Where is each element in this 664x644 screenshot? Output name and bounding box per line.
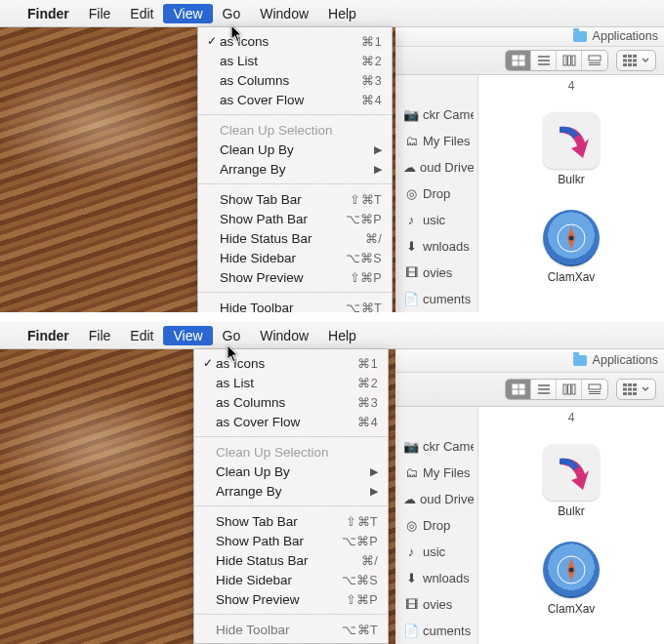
sidebar-item[interactable]: ◎Drop bbox=[399, 181, 474, 206]
app-icon-bulkr[interactable] bbox=[543, 112, 600, 169]
menu-item-hide-toolbar[interactable]: Hide Toolbar ⌥⌘T bbox=[198, 298, 392, 312]
window-titlebar[interactable]: Applications bbox=[395, 27, 664, 47]
menubar-item-finder[interactable]: Finder bbox=[18, 4, 79, 23]
menu-item-show-preview[interactable]: Show Preview ⇧⌘P bbox=[194, 589, 388, 609]
menu-item-label: Show Path Bar bbox=[216, 534, 342, 548]
view-mode-coverflow[interactable] bbox=[582, 380, 607, 399]
bulkr-arrow-icon bbox=[550, 451, 593, 494]
sidebar-item[interactable]: 🗂My Files bbox=[399, 460, 474, 485]
menu-item-show-tabbar[interactable]: Show Tab Bar ⇧⌘T bbox=[194, 511, 388, 531]
menu-item-hide-sidebar[interactable]: Hide Sidebar ⌥⌘S bbox=[198, 248, 392, 267]
icon-view-icon bbox=[512, 55, 525, 66]
sidebar-item[interactable]: 📷ckr Camera… bbox=[399, 433, 474, 459]
menu-item-label: Hide Status Bar bbox=[216, 553, 361, 568]
svg-rect-15 bbox=[633, 55, 637, 58]
menu-shortcut: ⌘2 bbox=[361, 54, 382, 68]
menu-item-as-icons[interactable]: ✓ as Icons ⌘1 bbox=[198, 31, 392, 51]
sidebar-item[interactable]: ⬇︎wnloads bbox=[399, 233, 474, 259]
menubar-item-go[interactable]: Go bbox=[213, 4, 251, 23]
menu-shortcut: ⌘2 bbox=[357, 376, 378, 390]
menu-item-hide-sidebar[interactable]: Hide Sidebar ⌥⌘S bbox=[194, 570, 388, 589]
menu-item-as-columns[interactable]: as Columns ⌘3 bbox=[194, 392, 388, 412]
sidebar-item[interactable]: 🗂My Files bbox=[399, 128, 474, 153]
menu-item-hide-toolbar[interactable]: Hide Toolbar ⌥⌘T bbox=[194, 620, 388, 639]
menubar-item-file[interactable]: File bbox=[79, 4, 121, 23]
view-mode-list[interactable] bbox=[531, 51, 557, 70]
menubar-item-window[interactable]: Window bbox=[250, 4, 318, 23]
sidebar-item[interactable]: 🎞ovies bbox=[399, 591, 474, 617]
menu-item-show-pathbar[interactable]: Show Path Bar ⌥⌘P bbox=[198, 209, 392, 228]
menu-item-hide-statusbar[interactable]: Hide Status Bar ⌘/ bbox=[194, 550, 388, 570]
menu-item-as-coverflow[interactable]: as Cover Flow ⌘4 bbox=[198, 90, 392, 109]
finder-window: Applications bbox=[395, 27, 664, 312]
sidebar-item[interactable]: ☁︎oud Drive bbox=[399, 486, 474, 511]
view-mode-segmented[interactable] bbox=[505, 50, 608, 71]
all-my-files-icon: 🗂 bbox=[403, 133, 419, 148]
view-mode-column[interactable] bbox=[557, 51, 582, 70]
finder-content-area[interactable]: 4 Bulkr ClamXav bbox=[478, 75, 664, 312]
view-mode-icon[interactable] bbox=[506, 51, 531, 70]
movies-icon: 🎞 bbox=[403, 264, 419, 280]
view-mode-column[interactable] bbox=[557, 380, 582, 399]
sidebar-item[interactable]: ♪usic bbox=[399, 207, 474, 232]
sidebar-item[interactable]: ⬇︎wnloads bbox=[399, 565, 474, 590]
menubar-item-view[interactable]: View bbox=[163, 326, 212, 345]
menubar-item-edit[interactable]: Edit bbox=[120, 4, 163, 23]
menu-item-as-list[interactable]: as List ⌘2 bbox=[198, 51, 392, 70]
sidebar-item[interactable]: 🎞ovies bbox=[399, 260, 474, 285]
menu-shortcut: ⌥⌘P bbox=[342, 534, 378, 548]
menubar-item-go[interactable]: Go bbox=[213, 326, 251, 345]
folder-icon bbox=[573, 31, 587, 42]
view-mode-list[interactable] bbox=[531, 380, 557, 399]
menu-item-as-icons[interactable]: ✓ as Icons ⌘1 bbox=[194, 353, 388, 373]
menubar-item-edit[interactable]: Edit bbox=[120, 326, 163, 345]
menu-item-cleanup-by[interactable]: Clean Up By ▶ bbox=[198, 140, 392, 159]
menu-item-show-tabbar[interactable]: Show Tab Bar ⇧⌘T bbox=[198, 189, 392, 209]
menu-item-label: as Columns bbox=[220, 73, 361, 88]
finder-content-area[interactable]: 4 Bulkr ClamXav bbox=[478, 407, 664, 644]
menu-item-show-pathbar[interactable]: Show Path Bar ⌥⌘P bbox=[194, 531, 388, 550]
sidebar-item[interactable]: 📷ckr Camera… bbox=[399, 101, 474, 127]
view-mode-icon[interactable] bbox=[506, 380, 531, 399]
sidebar-item[interactable]: 📄cuments bbox=[399, 618, 474, 643]
menu-item-cleanup-by[interactable]: Clean Up By ▶ bbox=[194, 462, 388, 481]
svg-rect-40 bbox=[623, 387, 627, 390]
view-mode-coverflow[interactable] bbox=[582, 51, 607, 70]
app-icon-clamxav[interactable] bbox=[543, 542, 600, 598]
menubar-item-view[interactable]: View bbox=[163, 4, 212, 23]
arrange-dropdown[interactable] bbox=[616, 50, 656, 71]
app-icon-clamxav[interactable] bbox=[543, 210, 600, 266]
sidebar-item[interactable]: ☁︎oud Drive bbox=[399, 154, 474, 180]
menu-item-hide-statusbar[interactable]: Hide Status Bar ⌘/ bbox=[198, 228, 392, 248]
app-label[interactable]: ClamXav bbox=[548, 602, 596, 616]
menu-item-label: Show Tab Bar bbox=[216, 514, 346, 529]
menubar-item-window[interactable]: Window bbox=[250, 326, 318, 345]
sidebar-item-label: cuments bbox=[423, 292, 471, 306]
arrange-dropdown[interactable] bbox=[616, 379, 656, 400]
sidebar-item[interactable]: 📄cuments bbox=[399, 286, 474, 311]
app-label[interactable]: Bulkr bbox=[558, 173, 584, 186]
menubar-item-finder[interactable]: Finder bbox=[18, 326, 79, 345]
app-label[interactable]: Bulkr bbox=[558, 504, 584, 518]
menu-item-label: Arrange By bbox=[220, 162, 368, 177]
menu-shortcut: ⌘1 bbox=[361, 34, 382, 49]
menu-item-as-list[interactable]: as List ⌘2 bbox=[194, 373, 388, 392]
sidebar-item[interactable]: ♪usic bbox=[399, 539, 474, 564]
menubar-item-file[interactable]: File bbox=[79, 326, 121, 345]
window-titlebar[interactable]: Applications bbox=[395, 349, 664, 373]
menu-item-arrange-by[interactable]: Arrange By ▶ bbox=[198, 159, 392, 179]
view-mode-segmented[interactable] bbox=[505, 379, 608, 400]
svg-rect-24 bbox=[513, 384, 518, 388]
menubar-item-help[interactable]: Help bbox=[318, 4, 366, 23]
app-label[interactable]: ClamXav bbox=[548, 270, 596, 284]
sidebar-item-label: ckr Camera… bbox=[423, 439, 474, 454]
sidebar-item[interactable]: ◎Drop bbox=[399, 512, 474, 538]
menubar-item-help[interactable]: Help bbox=[318, 326, 366, 345]
menu-item-as-coverflow[interactable]: as Cover Flow ⌘4 bbox=[194, 412, 388, 431]
svg-rect-1 bbox=[519, 56, 524, 60]
app-icon-bulkr[interactable] bbox=[543, 444, 600, 501]
menu-item-show-preview[interactable]: Show Preview ⇧⌘P bbox=[198, 267, 392, 287]
svg-rect-38 bbox=[628, 383, 632, 386]
menu-item-as-columns[interactable]: as Columns ⌘3 bbox=[198, 70, 392, 90]
menu-item-arrange-by[interactable]: Arrange By ▶ bbox=[194, 481, 388, 501]
